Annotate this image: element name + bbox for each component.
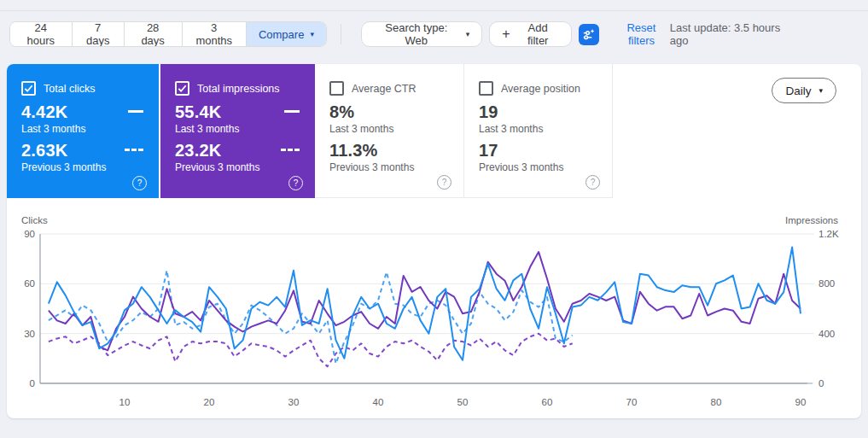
metric-period-current: Last 3 months: [329, 123, 463, 135]
metric-period-previous: Previous 3 months: [479, 161, 612, 173]
filters-toolbar: 24 hours 7 days 28 days 3 months Compare…: [9, 21, 861, 47]
average-position-checkbox[interactable]: [479, 81, 493, 96]
metric-cards-row: Total clicks 4.42K Last 3 months 2.63K P…: [7, 64, 861, 198]
metric-value-current: 55.4K: [175, 102, 315, 121]
clicks-previous-3-months-line: [49, 271, 573, 364]
metric-period-current: Last 3 months: [175, 123, 315, 135]
average-position-card[interactable]: Average position 19 Last 3 months 17 Pre…: [464, 64, 613, 198]
reset-filters-button[interactable]: Reset filters: [613, 21, 670, 47]
metric-value-current: 4.42K: [21, 102, 159, 121]
dashed-line-indicator: [281, 149, 300, 151]
right-axis-title: Impressions: [785, 215, 838, 225]
total-impressions-card[interactable]: Total impressions 55.4K Last 3 months 23…: [160, 64, 315, 198]
performance-chart-svg: 030609004008001.2KClicksImpressions10203…: [7, 198, 861, 418]
x-axis-tick: 40: [373, 397, 384, 407]
metric-label: Average position: [501, 83, 580, 95]
metric-period-current: Last 3 months: [21, 123, 159, 135]
total-impressions-checkbox[interactable]: [175, 81, 189, 96]
x-axis-tick: 60: [542, 397, 553, 407]
date-range-tabs: 24 hours 7 days 28 days 3 months Compare…: [9, 21, 327, 47]
search-type-dropdown[interactable]: Search type: Web ▾: [361, 21, 482, 47]
solid-line-indicator: [128, 110, 143, 113]
add-filter-button[interactable]: + Add filter: [489, 21, 572, 47]
toolbar-divider: [341, 24, 341, 44]
impressions-last-3-months-line: [49, 252, 801, 350]
filter-settings-button[interactable]: [579, 24, 599, 45]
metric-value-previous: 11.3%: [329, 141, 463, 160]
left-axis-title: Clicks: [21, 215, 48, 225]
total-clicks-card[interactable]: Total clicks 4.42K Last 3 months 2.63K P…: [7, 64, 160, 198]
average-ctr-card[interactable]: Average CTR 8% Last 3 months 11.3% Previ…: [315, 64, 464, 198]
left-axis-tick: 60: [24, 278, 35, 289]
left-axis-tick: 0: [30, 378, 35, 388]
metric-label: Total clicks: [44, 83, 95, 95]
metric-period-previous: Previous 3 months: [329, 161, 463, 173]
top-divider: [0, 10, 868, 11]
granularity-dropdown[interactable]: Daily ▾: [772, 78, 836, 103]
x-axis-tick: 80: [711, 397, 722, 407]
total-clicks-checkbox[interactable]: [21, 81, 36, 96]
help-icon[interactable]: ?: [288, 176, 303, 190]
performance-chart[interactable]: 030609004008001.2KClicksImpressions10203…: [7, 198, 861, 418]
add-filter-label: Add filter: [517, 21, 559, 47]
search-console-performance-page: 24 hours 7 days 28 days 3 months Compare…: [0, 0, 868, 438]
last-update-text: Last update: 3.5 hours ago: [670, 21, 798, 47]
help-icon[interactable]: ?: [437, 175, 451, 190]
x-axis-tick: 70: [626, 397, 638, 407]
compare-label: Compare: [259, 28, 304, 41]
plus-icon: +: [502, 27, 510, 41]
help-icon[interactable]: ?: [585, 175, 600, 190]
help-icon[interactable]: ?: [132, 176, 147, 190]
metric-period-previous: Previous 3 months: [175, 161, 315, 173]
tune-sparkle-icon: [581, 27, 596, 42]
clicks-last-3-months-line: [49, 248, 801, 360]
x-axis-tick: 20: [204, 397, 215, 407]
left-axis-tick: 30: [24, 329, 35, 339]
solid-line-indicator: [284, 110, 300, 113]
x-axis-tick: 90: [795, 397, 807, 407]
metric-label: Average CTR: [352, 83, 417, 95]
checkmark-icon: [23, 83, 34, 94]
right-axis-tick: 800: [818, 278, 835, 289]
x-axis-tick: 30: [288, 397, 300, 407]
metric-value-previous: 2.63K: [21, 141, 159, 160]
metric-value-previous: 17: [479, 141, 612, 160]
metric-value-previous: 23.2K: [175, 141, 315, 160]
chevron-down-icon: ▾: [818, 87, 823, 95]
tab-3-months[interactable]: 3 months: [183, 22, 247, 46]
right-axis-tick: 0: [818, 378, 824, 388]
granularity-label: Daily: [785, 85, 811, 97]
right-axis-tick: 400: [818, 329, 835, 339]
performance-panel: Total clicks 4.42K Last 3 months 2.63K P…: [7, 64, 861, 418]
metric-value-current: 19: [479, 102, 612, 121]
tab-24-hours[interactable]: 24 hours: [10, 22, 73, 46]
dashed-line-indicator: [125, 149, 143, 151]
metric-label: Total impressions: [197, 83, 280, 95]
x-axis-tick: 50: [457, 397, 469, 407]
search-type-label: Search type: Web: [374, 21, 459, 47]
checkmark-icon: [177, 83, 188, 94]
metric-period-current: Last 3 months: [479, 123, 612, 135]
metric-period-previous: Previous 3 months: [21, 161, 159, 173]
tab-compare[interactable]: Compare ▾: [247, 22, 326, 46]
average-ctr-checkbox[interactable]: [329, 81, 344, 96]
tab-7-days[interactable]: 7 days: [73, 22, 125, 46]
impressions-previous-3-months-line: [49, 334, 573, 367]
right-axis-tick: 1.2K: [818, 229, 839, 239]
chevron-down-icon: ▾: [466, 31, 470, 38]
chevron-down-icon: ▾: [310, 31, 314, 38]
tab-28-days[interactable]: 28 days: [125, 22, 183, 46]
left-axis-tick: 90: [24, 229, 35, 239]
metric-value-current: 8%: [329, 102, 463, 121]
x-axis-tick: 10: [119, 397, 131, 407]
